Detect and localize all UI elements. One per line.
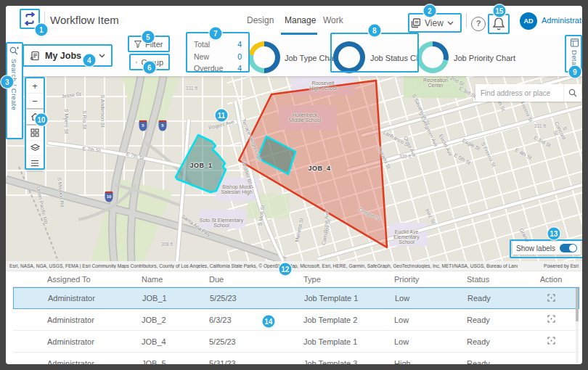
avatar[interactable]: AD (520, 12, 537, 30)
column-header[interactable]: Due (209, 275, 303, 284)
search-input[interactable] (475, 89, 563, 97)
table-cell: 5/25/23 (210, 294, 304, 303)
column-header[interactable]: Assigned To (47, 275, 142, 284)
tab-design[interactable]: Design (247, 15, 274, 25)
table-cell: Job Template 1 (303, 337, 394, 346)
action-cell[interactable] (523, 294, 579, 303)
map-features (6, 76, 582, 261)
callout-badge-2: 2 (424, 5, 436, 17)
search-icon[interactable] (563, 84, 581, 102)
table-cell: Ready (467, 359, 523, 365)
layers-button[interactable] (26, 140, 44, 155)
table-cell: Job Template 2 (303, 316, 394, 324)
job-type-chart[interactable] (248, 41, 280, 73)
callout-badge-12: 12 (279, 263, 292, 276)
jobs-list-icon (30, 51, 40, 61)
column-header[interactable]: Priority (394, 275, 467, 284)
table-cell: High (394, 359, 467, 365)
job-priority-chart[interactable] (417, 41, 449, 73)
search-create-panel-tab[interactable]: Search / Create (6, 42, 22, 138)
show-labels-toggle[interactable] (560, 244, 577, 252)
jobs-filter-dropdown[interactable]: My Jobs (24, 46, 111, 65)
chevron-down-icon (447, 21, 454, 25)
table-cell: Ready (467, 316, 523, 324)
job4-polygon (239, 81, 387, 247)
user-name[interactable]: Administrator (542, 16, 582, 25)
column-header[interactable]: Type (303, 275, 394, 284)
interstate-shield: 5 (159, 120, 167, 131)
table-row[interactable]: AdministratorJOB_45/25/23Job Template 1L… (13, 331, 579, 353)
tab-work[interactable]: Work (323, 15, 343, 25)
jobs-table: Assigned ToNameDueTypePriorityStatusActi… (13, 272, 579, 364)
stats-panel: Total4New0Overdue4 (187, 35, 248, 78)
callout-badge-15: 15 (494, 5, 506, 17)
callout-badge-4: 4 (83, 54, 96, 67)
header-divider (466, 13, 467, 28)
basemap-grid-icon (30, 128, 39, 137)
column-header[interactable]: Status (467, 275, 523, 284)
table-cell: 5/31/23 (209, 359, 303, 365)
callout-badge-8: 8 (369, 25, 381, 37)
callout-badge-10: 10 (36, 114, 48, 126)
map-search-box (475, 84, 581, 102)
interstate-shield: 10 (105, 192, 113, 202)
list-icon (30, 160, 39, 167)
notifications-bell-icon[interactable] (491, 16, 507, 32)
table-row[interactable]: AdministratorJOB_55/31/23Job Template 3H… (13, 353, 579, 364)
action-cell[interactable] (523, 337, 579, 346)
search-create-icon (9, 46, 19, 56)
table-cell: Administrator (48, 294, 142, 303)
table-scrollbar[interactable] (576, 288, 579, 363)
column-header[interactable]: Action (523, 275, 579, 284)
attribution-text: Esri, NASA, NGA, USGS, FEMA | Esri Commu… (9, 263, 518, 268)
table-cell: JOB_5 (142, 359, 209, 365)
callout-badge-3: 3 (1, 76, 14, 89)
job-type-chart-label: Job Type Chart (285, 54, 338, 62)
powered-by-esri[interactable]: Powered by Esri (544, 263, 579, 268)
table-cell: JOB_1 (142, 294, 210, 303)
column-header[interactable]: Name (142, 275, 209, 284)
help-icon[interactable]: ? (471, 17, 486, 31)
map-attribution-bar: Esri, NASA, NGA, USGS, FEMA | Esri Commu… (6, 261, 582, 271)
action-cell[interactable] (523, 315, 579, 324)
view-dropdown-label: View (425, 18, 444, 28)
zoom-out-button[interactable]: − (26, 93, 44, 108)
callout-badge-1: 1 (36, 24, 48, 36)
show-labels-control: Show labels (513, 242, 581, 255)
stat-row: New0 (194, 51, 242, 63)
table-cell: 6/3/23 (209, 316, 303, 324)
legend-list-button[interactable] (26, 155, 44, 170)
callout-badge-9: 9 (569, 66, 581, 78)
table-cell: Job Template 1 (304, 294, 395, 303)
view-dropdown[interactable]: View (411, 15, 457, 30)
layers-icon (30, 144, 40, 152)
zoom-in-button[interactable]: + (26, 78, 44, 93)
active-tab-underline (281, 33, 317, 35)
map-view[interactable]: Jesse StS Anderson StS Myers StS Rio StE… (6, 76, 582, 261)
callout-badge-7: 7 (210, 28, 222, 40)
stat-row: Overdue4 (194, 62, 242, 75)
table-header-row: Assigned ToNameDueTypePriorityStatusActi… (13, 272, 579, 287)
zoom-to-icon[interactable] (547, 337, 555, 345)
stat-row: Total4 (194, 38, 242, 51)
table-row[interactable]: AdministratorJOB_26/3/23Job Template 2Lo… (13, 309, 579, 331)
job-status-chart[interactable] (333, 41, 365, 73)
zoom-to-icon[interactable] (547, 294, 555, 302)
table-cell: Low (395, 294, 467, 303)
chevron-down-icon (99, 54, 105, 58)
callout-badge-13: 13 (548, 228, 560, 240)
layers-view-icon (411, 18, 421, 28)
basemap-gallery-button[interactable] (26, 126, 44, 140)
tab-manage[interactable]: Manage (285, 15, 316, 25)
table-cell: Ready (467, 337, 523, 346)
table-cell: Administrator (47, 337, 142, 346)
table-cell: Low (394, 316, 467, 324)
table-cell: Low (394, 337, 467, 346)
table-cell: Administrator (47, 316, 142, 324)
callout-badge-6: 6 (144, 62, 156, 74)
callout-badge-5: 5 (142, 31, 155, 44)
table-cell: Ready (467, 294, 523, 303)
table-row[interactable]: AdministratorJOB_15/25/23Job Template 1L… (13, 287, 579, 309)
zoom-to-icon[interactable] (547, 315, 555, 323)
interstate-shield: 5 (139, 120, 147, 131)
